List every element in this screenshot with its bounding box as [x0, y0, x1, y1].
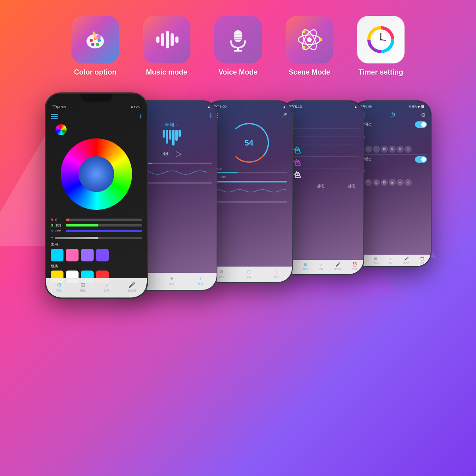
main-nav: ⟊ [46, 111, 147, 121]
svg-point-6 [91, 43, 94, 46]
day-buttons-off: 一 二 三 四 五 六 日 [357, 179, 427, 186]
svg-point-20 [307, 37, 312, 42]
progress-bar[interactable] [142, 163, 212, 164]
tab4-timer[interactable]: ⏰ 定时 [352, 262, 357, 271]
svg-point-5 [96, 43, 99, 46]
tab4-timer-label: 定时 [352, 267, 357, 271]
prev-btn[interactable]: ⏮ [161, 149, 169, 158]
music-tab-label: 音乐 [104, 289, 109, 293]
feature-scene-mode[interactable]: Scene Mode [286, 16, 333, 77]
feature-voice-mode[interactable]: Voice Mode [214, 16, 262, 77]
tab3-mode-icon: ⊞ [247, 269, 251, 274]
color-wheel[interactable] [61, 138, 132, 210]
color-wheel-container [46, 121, 147, 216]
tab3-music[interactable]: ♪ 音乐 [274, 270, 279, 279]
tab-music[interactable]: ♪ 音乐 [104, 282, 109, 293]
play-btn[interactable]: ▷ [176, 149, 182, 158]
svg-rect-12 [171, 33, 174, 46]
tab-mode[interactable]: ⊞ 模式 [80, 282, 86, 293]
phone5-tabs: ⚙ 调色 ⊞ 模式 ♪ 音乐 🎤 麦克风 ⏰ 定时 [353, 255, 431, 266]
swatch-cyan[interactable] [51, 249, 63, 261]
day-sat[interactable]: 六 [397, 146, 404, 153]
tab5-mic[interactable]: 🎤 麦克风 [403, 257, 409, 264]
voice-wave [211, 185, 287, 197]
phone3-icons: ● [283, 105, 285, 109]
scene-white[interactable]: 白色 [286, 169, 359, 181]
phone3-screen: 下午5:09 ● 🎤 54 速度: 34 [206, 101, 292, 282]
feature-timer-setting[interactable]: Timer setting [357, 16, 405, 77]
timer-nav-icon: ⏱ [390, 112, 395, 118]
features-section: Color option Music mode [0, 0, 476, 77]
main-bottom-tabs: ⚙ 调色 ⊞ 模式 ♪ 音乐 🎤 麦克风 [46, 278, 147, 298]
phone4-tabs: ⚙ 调色 ⊞ 模式 ♪ 音乐 🎤 麦克风 ⏰ 定时 [282, 260, 363, 274]
color-ball [56, 124, 67, 135]
feature-music-mode[interactable]: Music mode [143, 16, 190, 77]
main-phone-screen: 下午5:09 0.1K/s ⟊ [46, 94, 147, 298]
tab4-music-label: 音乐 [319, 267, 323, 271]
day-fri[interactable]: 五 [389, 146, 396, 153]
phone-voice: 下午5:09 ● 🎤 54 速度: 34 [205, 100, 293, 283]
tab4-mode[interactable]: ⊞ 模式 [303, 262, 308, 271]
phone5-signal: 0.2K/s ▶ 📶 [409, 105, 424, 108]
tab3-mode[interactable]: ⊞ 模式 [246, 269, 251, 279]
tab4-music[interactable]: ♪ 音乐 [319, 262, 323, 271]
rgb-g-row: G 109 [51, 223, 142, 227]
phone5-nav: ⏱ ⚙ [353, 110, 431, 120]
phone2-icons: ● [208, 105, 210, 109]
svg-point-2 [90, 39, 93, 42]
tab3-color[interactable]: ⚙ 调色 [219, 269, 224, 279]
tab5-mode[interactable]: ⊞ 模式 [374, 257, 378, 264]
day-sun[interactable]: 日 [405, 146, 412, 153]
voice-brightness-slider[interactable] [215, 201, 287, 203]
music-mode-label: Music mode [146, 68, 187, 77]
tab2-music[interactable]: ♪ 音乐 [198, 276, 203, 286]
day-off-thu[interactable]: 四 [381, 179, 388, 186]
color-option-label: Color option [74, 68, 117, 77]
tab5-music[interactable]: ♪ 音乐 [388, 257, 392, 264]
feature-color-option[interactable]: Color option [71, 16, 119, 77]
swatch-purple[interactable] [81, 249, 94, 261]
speed-row: 速度: 34 [206, 166, 292, 172]
color-wheel-center [79, 156, 114, 192]
nav-sliders-icon: ⟊ [139, 113, 142, 119]
rgb-r-bar[interactable] [66, 219, 142, 221]
tab5-mic-icon: 🎤 [404, 257, 409, 261]
classic-label: 经典 [51, 264, 142, 269]
day-off-sat[interactable]: 六 [397, 179, 404, 186]
svg-point-24 [319, 38, 322, 41]
swatch-violet[interactable] [96, 249, 109, 261]
rgb-g-bar[interactable] [66, 224, 142, 226]
day-off-sun[interactable]: 日 [405, 179, 412, 186]
swatch-pink[interactable] [66, 249, 79, 261]
tab5-timer[interactable]: ⏰ 定时 [420, 257, 424, 264]
color-option-icon [71, 16, 119, 63]
scene-cyan[interactable]: 青色 [286, 144, 359, 157]
day-off-fri[interactable]: 五 [389, 179, 396, 186]
tab4-mic[interactable]: 🎤 麦克风 [334, 262, 342, 271]
brightness-bar[interactable] [55, 237, 142, 239]
timer-off-toggle[interactable] [415, 156, 427, 163]
scene-static-row: 静态... 静态... 静态... [286, 183, 359, 190]
scene-purple[interactable]: 紫色 [286, 157, 359, 169]
day-thu[interactable]: 四 [381, 146, 388, 153]
day-off-wed[interactable]: 三 [373, 179, 380, 186]
bar1 [163, 130, 165, 138]
svg-rect-9 [156, 36, 159, 43]
scene-list: 绿色 蓝色 黄色 青色 紫色 白色 静态... [282, 119, 363, 191]
rgb-b-bar[interactable] [66, 230, 142, 232]
tab2-mode[interactable]: ⊞ 模式 [169, 276, 174, 286]
timer-on-toggle[interactable] [415, 121, 427, 128]
voice-circle: 54 [229, 123, 269, 163]
day-wed[interactable]: 三 [373, 146, 380, 153]
day-tue[interactable]: 二 [365, 146, 372, 153]
day-off-tue[interactable]: 二 [365, 179, 372, 186]
tab-mic[interactable]: 🎤 麦克风 [128, 282, 136, 293]
brightness-section: ✦ [46, 234, 147, 240]
brightness-bar[interactable] [211, 181, 287, 182]
speed-slider[interactable] [211, 172, 287, 173]
svg-point-26 [302, 46, 305, 49]
tab-color[interactable]: ⚙ 调色 [56, 282, 62, 293]
timer-setting-label: Timer setting [359, 68, 403, 77]
phones-section: 下午5:09 0.1K/s ⟊ [0, 77, 476, 299]
bar3 [169, 130, 171, 140]
